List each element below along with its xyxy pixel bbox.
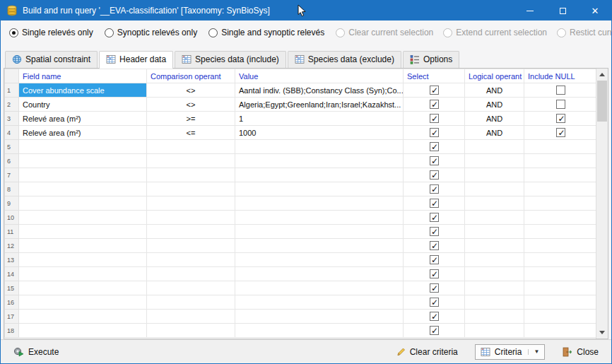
cell-logical-operant[interactable]	[465, 225, 524, 239]
cell-select[interactable]	[404, 310, 465, 324]
row-number[interactable]: 15	[5, 281, 19, 295]
cell-field-name[interactable]	[19, 196, 147, 211]
close-button[interactable]: ✕	[579, 1, 611, 20]
cell-comparison-operant[interactable]	[147, 225, 235, 239]
select-checkbox[interactable]	[430, 227, 439, 236]
cell-logical-operant[interactable]	[465, 154, 524, 168]
tab-species-data-include[interactable]: Species data (include)	[175, 51, 286, 68]
column-header-include-null[interactable]: Include NULL	[524, 69, 598, 83]
cell-value[interactable]	[235, 239, 404, 253]
cell-comparison-operant[interactable]: >=	[147, 112, 235, 126]
criteria-button[interactable]: Criteria ▼	[475, 344, 546, 360]
cell-comparison-operant[interactable]: <>	[147, 98, 235, 112]
row-number[interactable]: 13	[5, 253, 19, 267]
cell-select[interactable]	[404, 281, 465, 295]
cell-field-name[interactable]: Country	[19, 98, 147, 112]
cell-select[interactable]	[404, 140, 465, 154]
cell-include-null[interactable]	[524, 98, 598, 112]
cell-include-null[interactable]	[524, 112, 598, 126]
cell-value[interactable]	[235, 211, 404, 225]
select-checkbox[interactable]	[430, 283, 439, 293]
vertical-scrollbar[interactable]	[596, 69, 608, 339]
select-checkbox[interactable]	[430, 170, 439, 180]
radio-synoptic-relev-s-only[interactable]: Synoptic relevés only	[105, 28, 197, 37]
include-null-checkbox[interactable]	[556, 114, 565, 123]
cell-value[interactable]	[235, 295, 404, 310]
cell-value[interactable]	[235, 154, 404, 168]
tab-spatial-constraint[interactable]: Spatial constraint	[5, 51, 98, 68]
cell-comparison-operant[interactable]: <>	[147, 83, 235, 98]
cell-select[interactable]	[404, 253, 465, 267]
select-checkbox[interactable]	[430, 100, 439, 109]
cell-value[interactable]: 1	[235, 112, 404, 126]
cell-select[interactable]	[404, 225, 465, 239]
select-checkbox[interactable]	[430, 184, 439, 194]
cell-select[interactable]	[404, 98, 465, 112]
cell-field-name[interactable]	[19, 267, 147, 281]
select-checkbox[interactable]	[430, 142, 439, 151]
cell-comparison-operant[interactable]: <=	[147, 126, 235, 140]
radio-circle[interactable]	[105, 28, 114, 37]
cell-logical-operant[interactable]	[465, 211, 524, 225]
cell-field-name[interactable]	[19, 211, 147, 225]
cell-include-null[interactable]	[524, 83, 598, 98]
cell-comparison-operant[interactable]	[147, 154, 235, 168]
cell-logical-operant[interactable]	[465, 253, 524, 267]
tab-options[interactable]: Options	[403, 51, 459, 68]
row-number[interactable]: 16	[5, 295, 19, 310]
cell-include-null[interactable]	[524, 126, 598, 140]
tab-header-data[interactable]: Header data	[99, 51, 173, 69]
cell-logical-operant[interactable]	[465, 310, 524, 324]
cell-select[interactable]	[404, 295, 465, 310]
cell-field-name[interactable]	[19, 253, 147, 267]
row-number[interactable]: 4	[5, 126, 19, 140]
cell-field-name[interactable]	[19, 225, 147, 239]
row-number[interactable]: 10	[5, 211, 19, 225]
cell-value[interactable]	[235, 140, 404, 154]
cell-comparison-operant[interactable]	[147, 196, 235, 211]
cell-select[interactable]	[404, 112, 465, 126]
cell-comparison-operant[interactable]	[147, 182, 235, 196]
row-number[interactable]: 1	[5, 83, 19, 98]
cell-logical-operant[interactable]: AND	[465, 83, 524, 98]
select-checkbox[interactable]	[430, 298, 439, 307]
cell-logical-operant[interactable]	[465, 324, 524, 338]
column-header-select[interactable]: Select	[404, 69, 465, 83]
cell-field-name[interactable]	[19, 182, 147, 196]
select-checkbox[interactable]	[430, 269, 439, 278]
cell-comparison-operant[interactable]	[147, 295, 235, 310]
cell-select[interactable]	[404, 324, 465, 338]
select-checkbox[interactable]	[430, 326, 439, 335]
cell-logical-operant[interactable]	[465, 182, 524, 196]
cell-select[interactable]	[404, 267, 465, 281]
select-checkbox[interactable]	[430, 199, 439, 208]
cell-include-null[interactable]	[524, 211, 598, 225]
cell-select[interactable]	[404, 239, 465, 253]
cell-include-null[interactable]	[524, 295, 598, 310]
cell-select[interactable]	[404, 211, 465, 225]
close-window-button[interactable]: Close	[556, 344, 604, 360]
row-number[interactable]: 14	[5, 267, 19, 281]
column-header-value[interactable]: Value	[235, 69, 404, 83]
cell-comparison-operant[interactable]	[147, 239, 235, 253]
include-null-checkbox[interactable]	[556, 100, 565, 109]
cell-logical-operant[interactable]	[465, 239, 524, 253]
cell-include-null[interactable]	[524, 140, 598, 154]
cell-comparison-operant[interactable]	[147, 310, 235, 324]
row-number[interactable]: 12	[5, 239, 19, 253]
cell-logical-operant[interactable]: AND	[465, 98, 524, 112]
cell-value[interactable]	[235, 168, 404, 182]
cell-logical-operant[interactable]	[465, 295, 524, 310]
cell-comparison-operant[interactable]	[147, 281, 235, 295]
cell-select[interactable]	[404, 168, 465, 182]
cell-select[interactable]	[404, 154, 465, 168]
select-checkbox[interactable]	[430, 86, 439, 95]
criteria-dropdown-arrow[interactable]: ▼	[528, 349, 539, 355]
cell-value[interactable]	[235, 281, 404, 295]
tab-species-data-exclude[interactable]: Species data (exclude)	[288, 51, 401, 68]
select-checkbox[interactable]	[430, 213, 439, 222]
cell-field-name[interactable]: Relevé area (m²)	[19, 112, 147, 126]
cell-value[interactable]	[235, 324, 404, 338]
radio-single-and-synoptic-relev-s[interactable]: Single and synoptic relevés	[208, 28, 324, 37]
cell-comparison-operant[interactable]	[147, 253, 235, 267]
